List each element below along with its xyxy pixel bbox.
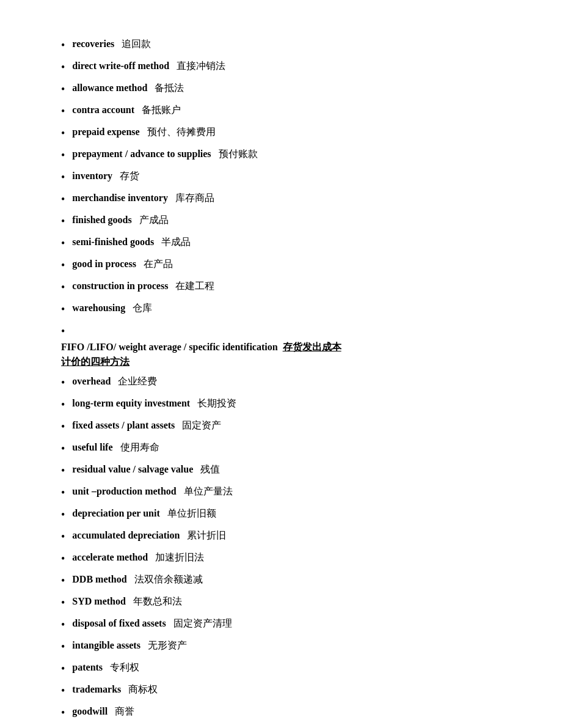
english-term: useful life bbox=[72, 442, 112, 452]
list-item: trademarks 商标权 bbox=[61, 682, 513, 699]
item-content: prepayment / advance to supplies 预付账款 bbox=[72, 147, 257, 161]
item-content: intangible assets 无形资产 bbox=[72, 638, 187, 653]
item-content: warehousing 仓库 bbox=[72, 301, 152, 315]
chinese-translation: 商标权 bbox=[126, 684, 158, 694]
list-item: FIFO /LIFO/ weight average / specific id… bbox=[61, 323, 513, 369]
chinese-translation: 在建工程 bbox=[173, 281, 214, 291]
chinese-part1: 存货发出成本 bbox=[283, 342, 341, 352]
list-item: recoveries 追回款 bbox=[61, 37, 513, 54]
item-content: unit –production method 单位产量法 bbox=[72, 484, 232, 499]
item-content: accumulated depreciation 累计折旧 bbox=[72, 528, 226, 543]
list-item: depreciation per unit 单位折旧额 bbox=[61, 506, 513, 523]
english-term: allowance method bbox=[72, 83, 147, 93]
item-content: merchandise inventory 库存商品 bbox=[72, 191, 214, 205]
item-content: long-term equity investment 长期投资 bbox=[72, 396, 236, 411]
chinese-translation: 专利权 bbox=[108, 662, 139, 672]
chinese-translation: 追回款 bbox=[119, 39, 151, 49]
english-term: patents bbox=[72, 662, 103, 672]
list-item: construction in process 在建工程 bbox=[61, 279, 513, 296]
english-term: unit –production method bbox=[72, 486, 176, 496]
list-item: long-term equity investment 长期投资 bbox=[61, 396, 513, 413]
english-term: intangible assets bbox=[72, 640, 140, 650]
chinese-translation: 固定资产 bbox=[180, 420, 221, 430]
item-content: useful life 使用寿命 bbox=[72, 440, 159, 455]
chinese-translation: 单位折旧额 bbox=[165, 508, 216, 518]
english-term: disposal of fixed assets bbox=[72, 618, 166, 628]
english-term: finished goods bbox=[72, 215, 131, 225]
list-item: prepayment / advance to supplies 预付账款 bbox=[61, 147, 513, 164]
item-content: finished goods 产成品 bbox=[72, 213, 168, 227]
chinese-translation: 预付账款 bbox=[216, 149, 258, 159]
chinese-translation: 库存商品 bbox=[173, 193, 214, 203]
item-content: goodwill 商誉 bbox=[72, 704, 134, 719]
list-item: finished goods 产成品 bbox=[61, 213, 513, 230]
english-term: semi-finished goods bbox=[72, 237, 154, 247]
item-content: allowance method 备抵法 bbox=[72, 81, 184, 95]
list-item: useful life 使用寿命 bbox=[61, 440, 513, 457]
list-item: SYD method 年数总和法 bbox=[61, 594, 513, 611]
item-content: fixed assets / plant assets 固定资产 bbox=[72, 418, 221, 433]
english-term: depreciation per unit bbox=[72, 508, 159, 518]
item-content: inventory 存货 bbox=[72, 169, 139, 183]
item-content: accelerate method 加速折旧法 bbox=[72, 550, 204, 565]
english-term: construction in process bbox=[72, 281, 168, 291]
item-content: disposal of fixed assets 固定资产清理 bbox=[72, 616, 232, 631]
english-term: overhead bbox=[72, 376, 111, 386]
chinese-translation: 法双倍余额递减 bbox=[132, 574, 203, 584]
english-term: accelerate method bbox=[72, 552, 148, 562]
chinese-translation: 产成品 bbox=[137, 215, 169, 225]
list-item: inventory 存货 bbox=[61, 169, 513, 186]
list-item: residual value / salvage value 残值 bbox=[61, 462, 513, 479]
item-content: recoveries 追回款 bbox=[72, 37, 151, 51]
chinese-translation: 无形资产 bbox=[145, 640, 187, 650]
chinese-translation: 商誉 bbox=[112, 706, 134, 716]
list-item: goodwill 商誉 bbox=[61, 704, 513, 721]
chinese-translation: 预付、待摊费用 bbox=[145, 127, 216, 137]
english-term: goodwill bbox=[72, 706, 108, 716]
item-content: semi-finished goods 半成品 bbox=[72, 235, 191, 249]
english-term: prepayment / advance to supplies bbox=[72, 149, 211, 159]
item-content: contra account 备抵账户 bbox=[72, 103, 181, 117]
item-content: FIFO /LIFO/ weight average / specific id… bbox=[61, 340, 341, 355]
item-content: direct write-off method 直接冲销法 bbox=[72, 59, 225, 73]
english-term: contra account bbox=[72, 105, 134, 115]
list-item: accelerate method 加速折旧法 bbox=[61, 550, 513, 567]
item-content: construction in process 在建工程 bbox=[72, 279, 214, 293]
english-term: trademarks bbox=[72, 684, 121, 694]
chinese-translation: 累计折旧 bbox=[184, 530, 226, 540]
item-content: trademarks 商标权 bbox=[72, 682, 158, 697]
chinese-translation: 半成品 bbox=[159, 237, 191, 247]
list-item: allowance method 备抵法 bbox=[61, 81, 513, 98]
english-term: residual value / salvage value bbox=[72, 464, 193, 474]
list-item: good in process 在产品 bbox=[61, 257, 513, 274]
chinese-translation: 企业经费 bbox=[115, 376, 157, 386]
english-term: accumulated depreciation bbox=[72, 530, 180, 540]
list-item: contra account 备抵账户 bbox=[61, 103, 513, 120]
chinese-part2: 计价的四种方法 bbox=[61, 355, 130, 369]
item-content: patents 专利权 bbox=[72, 660, 139, 675]
chinese-translation: 加速折旧法 bbox=[153, 552, 204, 562]
item-content: residual value / salvage value 残值 bbox=[72, 462, 220, 477]
list-item: overhead 企业经费 bbox=[61, 374, 513, 391]
english-term: warehousing bbox=[72, 303, 125, 313]
list-item: prepaid expense 预付、待摊费用 bbox=[61, 125, 513, 142]
chinese-translation: 固定资产清理 bbox=[171, 618, 232, 628]
english-term: direct write-off method bbox=[72, 61, 169, 71]
english-term: inventory bbox=[72, 171, 112, 181]
chinese-translation: 直接冲销法 bbox=[174, 61, 225, 71]
list-item: disposal of fixed assets 固定资产清理 bbox=[61, 616, 513, 633]
english-term: merchandise inventory bbox=[72, 193, 168, 203]
chinese-translation: 残值 bbox=[198, 464, 220, 474]
item-content: prepaid expense 预付、待摊费用 bbox=[72, 125, 215, 139]
list-item: warehousing 仓库 bbox=[61, 301, 513, 318]
list-item: merchandise inventory 库存商品 bbox=[61, 191, 513, 208]
chinese-translation: 存货 bbox=[117, 171, 139, 181]
list-item: patents 专利权 bbox=[61, 660, 513, 677]
chinese-translation: 仓库 bbox=[130, 303, 152, 313]
item-content: DDB method 法双倍余额递减 bbox=[72, 572, 202, 587]
item-content: SYD method 年数总和法 bbox=[72, 594, 182, 609]
list-item: DDB method 法双倍余额递减 bbox=[61, 572, 513, 589]
chinese-translation: 在产品 bbox=[141, 259, 173, 269]
chinese-translation: 年数总和法 bbox=[131, 596, 182, 606]
list-item: accumulated depreciation 累计折旧 bbox=[61, 528, 513, 545]
